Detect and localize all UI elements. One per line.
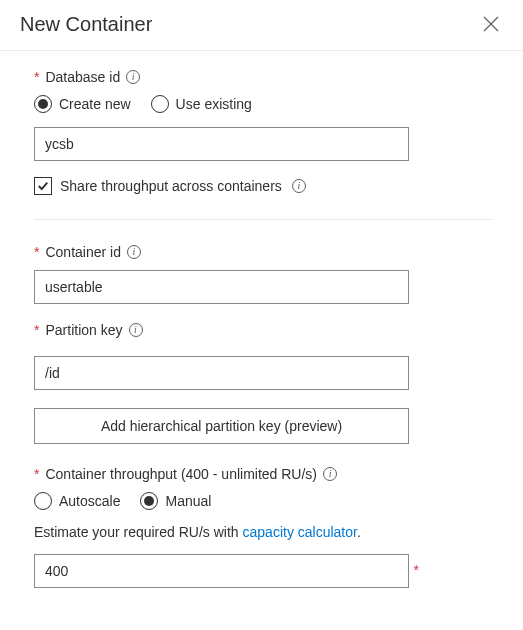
radio-create-new[interactable]: Create new <box>34 95 131 113</box>
required-marker: * <box>414 562 419 578</box>
partition-key-field: * Partition key i Add hierarchical parti… <box>34 322 493 444</box>
radio-icon <box>140 492 158 510</box>
radio-icon <box>34 492 52 510</box>
capacity-calculator-link[interactable]: capacity calculator <box>243 524 357 540</box>
throughput-input[interactable] <box>34 554 409 588</box>
panel-body: * Database id i Create new Use existing <box>0 51 523 616</box>
new-container-panel: New Container * Database id i Create new… <box>0 0 523 616</box>
radio-manual[interactable]: Manual <box>140 492 211 510</box>
partition-key-label: Partition key <box>45 322 122 338</box>
add-hierarchical-key-button[interactable]: Add hierarchical partition key (preview) <box>34 408 409 444</box>
throughput-label-row: * Container throughput (400 - unlimited … <box>34 466 493 482</box>
info-icon[interactable]: i <box>323 467 337 481</box>
radio-use-existing[interactable]: Use existing <box>151 95 252 113</box>
checkbox-icon <box>34 177 52 195</box>
info-icon[interactable]: i <box>127 245 141 259</box>
close-button[interactable] <box>479 12 503 36</box>
radio-icon <box>34 95 52 113</box>
container-id-input[interactable] <box>34 270 409 304</box>
throughput-field: * Container throughput (400 - unlimited … <box>34 466 493 588</box>
throughput-label: Container throughput (400 - unlimited RU… <box>45 466 317 482</box>
database-id-label-row: * Database id i <box>34 69 493 85</box>
throughput-input-wrap: * <box>34 554 409 588</box>
close-icon <box>483 16 499 32</box>
container-id-field: * Container id i <box>34 244 493 304</box>
radio-autoscale-label: Autoscale <box>59 493 120 509</box>
info-icon[interactable]: i <box>292 179 306 193</box>
radio-create-new-label: Create new <box>59 96 131 112</box>
panel-header: New Container <box>0 0 523 51</box>
help-prefix: Estimate your required RU/s with <box>34 524 243 540</box>
container-id-label: Container id <box>45 244 121 260</box>
required-marker: * <box>34 466 39 482</box>
container-id-label-row: * Container id i <box>34 244 493 260</box>
database-mode-radios: Create new Use existing <box>34 95 493 113</box>
partition-key-input[interactable] <box>34 356 409 390</box>
database-id-label: Database id <box>45 69 120 85</box>
partition-key-label-row: * Partition key i <box>34 322 493 338</box>
share-throughput-row[interactable]: Share throughput across containers i <box>34 177 493 195</box>
share-throughput-label: Share throughput across containers <box>60 178 282 194</box>
required-marker: * <box>34 69 39 85</box>
info-icon[interactable]: i <box>126 70 140 84</box>
required-marker: * <box>34 322 39 338</box>
radio-autoscale[interactable]: Autoscale <box>34 492 120 510</box>
throughput-help-text: Estimate your required RU/s with capacit… <box>34 524 493 540</box>
radio-icon <box>151 95 169 113</box>
help-suffix: . <box>357 524 361 540</box>
throughput-mode-radios: Autoscale Manual <box>34 492 493 510</box>
section-divider <box>34 219 493 220</box>
database-id-field: * Database id i Create new Use existing <box>34 69 493 195</box>
radio-use-existing-label: Use existing <box>176 96 252 112</box>
panel-title: New Container <box>20 13 152 36</box>
database-id-input[interactable] <box>34 127 409 161</box>
required-marker: * <box>34 244 39 260</box>
radio-manual-label: Manual <box>165 493 211 509</box>
info-icon[interactable]: i <box>129 323 143 337</box>
